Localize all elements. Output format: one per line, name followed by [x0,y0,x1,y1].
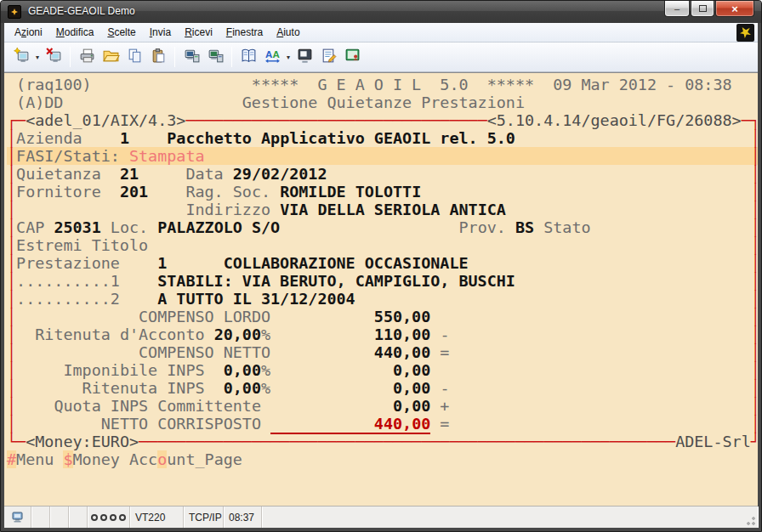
terminal-text [270,325,374,343]
terminal-text: # [7,450,16,468]
terminal-text: ────────────────────────────────────────… [139,433,675,450]
menu-item-scelte[interactable]: Scelte [100,24,142,41]
terminal-text: │ [7,218,16,236]
terminal-text: Pacchetto Applicativo GEAOIL rel. 5.0 [167,129,515,147]
terminal-text [16,308,139,325]
menu-item-finestra[interactable]: Finestra [219,24,270,41]
led-indicator-icon [91,514,98,521]
toolbar-button-receive-host[interactable] [203,45,227,69]
display-settings-icon [296,47,314,68]
terminal-text: Ritenuta INPS [82,379,205,397]
terminal-screen[interactable]: (raq100) ***** G E A O I L 5.0 ***** 09 … [4,72,758,506]
terminal-text [449,325,750,343]
toolbar-button-new-session[interactable] [9,45,33,69]
toolbar-button-host-screen[interactable] [340,45,364,69]
close-button[interactable]: × [715,1,754,17]
status-cell-empty-1 [31,507,50,528]
terminal-text: Stato [543,218,590,236]
terminal-text: NETTO CORRISPOSTO [101,415,261,433]
terminal-text: │ [751,290,758,308]
terminal-text: Data [185,165,232,183]
terminal-text: o [157,450,167,468]
close-session-icon [45,47,63,68]
terminal-text: │ [7,183,16,201]
toolbar-button-keyboard-map[interactable] [316,45,340,69]
terminal-text: % [261,325,270,343]
terminal-text [270,308,374,325]
terminal-text [16,379,82,397]
toolbar-separator [70,47,71,67]
connection-status-icon[interactable] [736,24,754,42]
terminal-text [167,254,223,272]
terminal-text: │ [751,147,758,165]
terminal-row: (raq100) ***** G E A O I L 5.0 ***** 09 … [7,76,758,93]
terminal-text: (raq100) ***** G E A O I L 5.0 ***** 09 … [7,76,732,93]
app-window: GEADE-GEAOIL Demo – × AzioniModificaScel… [0,0,762,532]
toolbar-button-open-folder[interactable] [99,45,122,69]
open-folder-icon [102,47,120,68]
terminal-text [280,218,458,236]
terminal-text: Ritenuta d'Acconto [35,325,204,343]
toolbar-button-send-host[interactable] [179,45,203,69]
terminal-row: │..........1 STABILI: VIA BERUTO, CAMPIG… [7,272,758,290]
app-icon[interactable] [8,5,21,19]
toolbar-button-display-settings[interactable] [293,45,316,69]
terminal-text: <adel_01/AIX/4.3> [26,111,185,129]
terminal-text: │ [7,308,16,325]
status-indicator-leds [91,514,126,521]
toolbar-button-sessions-book[interactable] [236,45,260,69]
terminal-text: │ [7,343,16,361]
terminal-text: 20,00 [214,325,261,343]
maximize-button[interactable] [691,1,714,17]
terminal-row: (A)DD Gestione Quietanze Prestazioni [7,93,758,111]
menu-item-modifica[interactable]: Modifica [49,24,101,41]
menu-item-azioni[interactable]: Azioni [8,24,49,41]
minimize-button[interactable]: – [664,1,690,17]
terminal-text: Imponibile INPS [63,361,204,379]
terminal-row: │ Imponibile INPS 0,00% 0,00 │ [7,361,758,379]
terminal-text: │ [751,308,758,325]
terminal-text: │ [751,254,758,272]
terminal-text: A TUTTO IL 31/12/2004 [157,290,355,308]
terminal-row: │ Indirizzo VIA DELLA SERIOLA ANTICA │ [7,201,758,218]
terminal-text: - [440,325,449,343]
menu-item-invia[interactable]: Invia [143,24,178,41]
terminal-row: │Azienda 1 Pacchetto Applicativo GEAOIL … [7,129,758,147]
terminal-row: │Estremi Titolo │ [7,236,758,254]
toolbar-button-print[interactable] [75,45,99,69]
terminal-text: Quietanza [16,165,120,183]
terminal-text: └─ [7,433,26,450]
new-session-dropdown-arrow-icon[interactable]: ▾ [33,54,42,61]
terminal-text [430,325,440,343]
terminal-text: │ [7,290,16,308]
terminal-text: VIA DELLA SERIOLA ANTICA [280,201,506,218]
terminal-row: │CAP 25031 Loc. PALAZZOLO S/O Prov. BS S… [7,218,758,236]
toolbar-button-close-session[interactable] [42,45,65,69]
terminal-text: 0,00 [224,361,261,379]
copy-icon [126,47,144,68]
menu-item-aiuto[interactable]: Aiuto [270,24,306,41]
resize-grip[interactable] [746,516,756,526]
terminal-text: Estremi Titolo [16,236,148,254]
title-bar[interactable]: GEADE-GEAOIL Demo – × [1,1,761,23]
paste-icon [150,47,168,68]
terminal-text [82,129,120,147]
terminal-text: │ [751,361,758,379]
toolbar-button-paste[interactable] [146,45,170,69]
toolbar-button-fonts[interactable]: AA [260,45,284,69]
terminal-text [270,379,393,397]
terminal-text [270,361,393,379]
toolbar-separator [174,47,175,67]
fonts-dropdown-arrow-icon[interactable]: ▾ [284,54,293,61]
terminal-text: unt_Page [167,450,242,468]
terminal-text: PALAZZOLO S/O [157,218,280,236]
menu-item-ricevi[interactable]: Ricevi [178,24,219,41]
toolbar-button-copy[interactable] [122,45,146,69]
terminal-text: ──────────────────────────────── [185,111,486,129]
terminal-text: │ [7,361,16,379]
protocol-label: TCP/IP [189,512,222,524]
status-time: 08:37 [229,512,254,524]
window-title: GEADE-GEAOIL Demo [28,5,135,17]
terminal-text: ..........1 [16,272,120,290]
terminal-text [148,183,185,201]
